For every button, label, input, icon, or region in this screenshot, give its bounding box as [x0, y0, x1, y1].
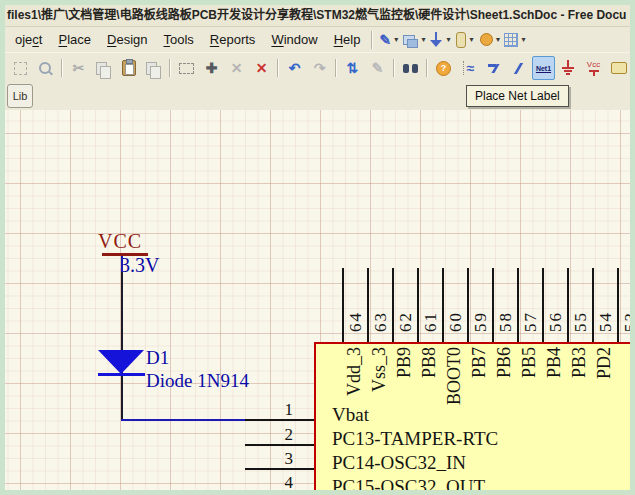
ic-top-pin-line[interactable] [417, 268, 419, 342]
ic-top-pin-number: 59 [471, 311, 491, 332]
ic-top-pin-line[interactable] [492, 268, 494, 342]
move-selection-icon: ✚ [206, 61, 218, 75]
help-hint-button[interactable]: ? [432, 56, 455, 80]
place-net-label-button[interactable]: Net1 [532, 56, 555, 80]
dropdown-caret-icon: ▾ [394, 36, 398, 44]
schematic-canvas[interactable]: VCC 3.3V D1 Diode 1N914 64Vdd_363Vss_362… [5, 110, 630, 490]
place-part-button[interactable] [607, 56, 630, 80]
menu-reports[interactable]: Reports [202, 29, 264, 50]
menu-window[interactable]: Window [263, 29, 325, 50]
ic-top-pin-line[interactable] [467, 268, 469, 342]
undo-button[interactable]: ↶ [283, 56, 306, 80]
ic-left-pin-name: PC13-TAMPER-RTC [332, 428, 498, 450]
copy-button[interactable] [92, 56, 115, 80]
toolbar-separator [426, 59, 428, 77]
ic-top-pin-line[interactable] [392, 268, 394, 342]
toolbar-separator [335, 59, 337, 77]
paste-array-icon [146, 62, 157, 75]
ic-top-pin-line[interactable] [567, 268, 569, 342]
toolbar-separator [277, 59, 279, 77]
ic-top-pin-name: PB8 [419, 347, 440, 378]
break-wire-icon: ✕ [231, 61, 243, 75]
ic-top-pin-name: PD2 [594, 347, 615, 379]
reorder-button[interactable]: ⇅ [341, 56, 364, 80]
menu-oject[interactable]: oject [7, 29, 50, 50]
menu-help[interactable]: Help [326, 29, 369, 50]
wire-vertical-top[interactable] [121, 256, 123, 272]
copy-icon [96, 62, 107, 75]
break-wire-button[interactable]: ✕ [225, 56, 248, 80]
delete-icon: ✕ [256, 61, 268, 75]
move-selection-button[interactable]: ✚ [200, 56, 223, 80]
ic-top-pin-name: PB7 [469, 347, 490, 378]
ic-top-pin-name: BOOT0 [444, 347, 465, 405]
zoom-select-button[interactable] [34, 56, 57, 80]
dropdown-caret-icon: ▾ [421, 36, 425, 44]
edit-button[interactable]: ✎ [366, 56, 389, 80]
libraries-panel-tab[interactable]: Lib [7, 84, 33, 108]
ic-top-pin-number: 53 [621, 311, 630, 332]
ic-top-pin-line[interactable] [592, 268, 594, 342]
select-area-button[interactable] [175, 56, 198, 80]
grid-tools-button[interactable]: ▾ [503, 28, 526, 52]
ic-top-pin-name: PB3 [569, 347, 590, 378]
ic-top-pin-line[interactable] [367, 268, 369, 342]
dropdown-caret-icon: ▾ [446, 36, 450, 44]
part-tools-button[interactable]: ▾ [453, 28, 476, 52]
paste-button[interactable] [117, 56, 140, 80]
net-label-3v3[interactable]: 3.3V [120, 254, 159, 277]
wire-vertical[interactable] [121, 272, 123, 420]
delete-button[interactable]: ✕ [250, 56, 273, 80]
zoom-select-icon [38, 61, 53, 76]
select-button[interactable] [9, 56, 32, 80]
utility-toolbar: ✎▾▾▾▾▾▾ [376, 28, 527, 52]
wire-horizontal[interactable] [121, 419, 253, 421]
align-tools-icon [403, 35, 415, 45]
toolbar-separator [169, 59, 171, 77]
diode-comment[interactable]: Diode 1N914 [146, 370, 249, 392]
ic-top-pin-number: 58 [496, 311, 516, 332]
ic-top-pin-name: Vdd_3 [344, 347, 365, 396]
ic-top-pin-number: 54 [596, 311, 616, 332]
paste-array-button[interactable] [142, 56, 165, 80]
reorder-icon: ⇅ [347, 61, 359, 75]
ic-top-pin-line[interactable] [442, 268, 444, 342]
place-vcc-power-port-button[interactable]: Vcc [582, 56, 605, 80]
ic-top-pin-line[interactable] [517, 268, 519, 342]
toolbar-separator [61, 59, 63, 77]
sheet-symbol-tools-button[interactable]: ▾ [478, 28, 501, 52]
ic-top-pin-line[interactable] [617, 268, 619, 342]
power-port-net-name[interactable]: VCC [98, 230, 142, 253]
redo-button[interactable]: ↷ [308, 56, 331, 80]
ic-left-pin-number: 1 [263, 400, 293, 420]
cut-button[interactable]: ✂ [67, 56, 90, 80]
menu-design[interactable]: Design [99, 29, 155, 50]
place-part-icon [611, 62, 627, 74]
find-icon [403, 63, 418, 74]
power-source-tools-button[interactable]: ▾ [428, 28, 451, 52]
ic-top-pin-name: PB4 [544, 347, 565, 378]
menu-tools[interactable]: Tools [155, 29, 201, 50]
drawing-tools-button[interactable]: ✎▾ [377, 28, 400, 52]
find-button[interactable] [399, 56, 422, 80]
menu-place[interactable]: Place [50, 29, 99, 50]
diode-symbol[interactable] [98, 350, 144, 374]
ic-top-pin-line[interactable] [342, 268, 344, 342]
align-tools-button[interactable]: ▾ [402, 28, 426, 52]
place-wire-button[interactable]: ≈ [457, 56, 480, 80]
ic-top-pin-name: PB9 [394, 347, 415, 378]
diode-designator[interactable]: D1 [146, 347, 169, 369]
dropdown-caret-icon: ▾ [496, 36, 500, 44]
title-bar: files1\推广\文档管理\电路板线路板PCB开发设计分享教程\STM32燃气… [5, 5, 630, 27]
place-bus-button[interactable] [482, 56, 505, 80]
place-gnd-power-port-button[interactable] [557, 56, 580, 80]
select-area-icon [179, 63, 194, 74]
place-gnd-power-port-icon [561, 60, 576, 76]
help-hint-icon: ? [436, 61, 451, 76]
menu-bar: ojectPlaceDesignToolsReportsWindowHelp ✎… [5, 27, 630, 52]
place-bus-entry-button[interactable] [507, 56, 530, 80]
select-icon [14, 62, 27, 75]
cut-icon: ✂ [73, 61, 85, 75]
diode-cathode-bar [98, 373, 145, 376]
ic-top-pin-line[interactable] [542, 268, 544, 342]
